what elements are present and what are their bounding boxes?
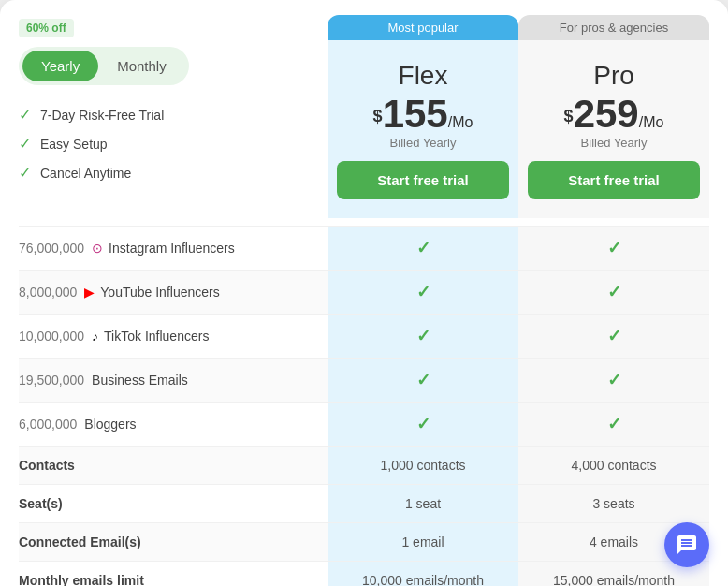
- left-column: 60% off Yearly Monthly ✓ 7-Day Risk-Free…: [19, 19, 328, 187]
- discount-badge: 60% off: [19, 19, 74, 37]
- table-row-tiktok: 10,000,000 ♪ TikTok Influencers ✓ ✓: [19, 314, 709, 358]
- table-row-bloggers: 6,000,000 Bloggers ✓ ✓: [19, 402, 709, 446]
- row-label-connected-emails: Connected Email(s): [19, 523, 328, 561]
- monthly-limit-flex-cell: 10,000 emails/month: [328, 562, 518, 586]
- feature-label-2: Easy Setup: [40, 137, 108, 152]
- flex-plan-price: $155/Mo: [337, 95, 509, 134]
- monthly-toggle-button[interactable]: Monthly: [98, 51, 185, 81]
- for-pros-badge: For pros & agencies: [518, 15, 709, 40]
- feature-item-3: ✓ Cancel Anytime: [19, 158, 328, 187]
- youtube-count: 8,000,000: [19, 285, 77, 300]
- row-label-emails: 19,500,000 Business Emails: [19, 361, 328, 399]
- emails-pro-check: ✓: [607, 371, 621, 389]
- emails-label: Business Emails: [92, 373, 188, 388]
- table-row-instagram: 76,000,000 ⊙ Instagram Influencers ✓ ✓: [19, 226, 709, 270]
- check-icon-2: ✓: [19, 135, 31, 153]
- connected-emails-flex-cell: 1 email: [328, 523, 518, 561]
- row-label-instagram: 76,000,000 ⊙ Instagram Influencers: [19, 229, 328, 267]
- bloggers-pro-cell: ✓: [518, 403, 709, 446]
- instagram-count: 76,000,000: [19, 241, 84, 256]
- contacts-flex-cell: 1,000 contacts: [328, 447, 518, 484]
- feature-label-3: Cancel Anytime: [40, 166, 131, 181]
- youtube-pro-check: ✓: [607, 283, 621, 301]
- seats-flex-cell: 1 seat: [328, 485, 518, 522]
- row-label-seats: Seat(s): [19, 485, 328, 522]
- tiktok-pro-check: ✓: [607, 327, 621, 345]
- tiktok-icon: ♪: [92, 329, 98, 344]
- bloggers-flex-check: ✓: [416, 415, 430, 433]
- header-row: 60% off Yearly Monthly ✓ 7-Day Risk-Free…: [19, 19, 709, 218]
- most-popular-badge: Most popular: [328, 15, 518, 40]
- bloggers-pro-check: ✓: [607, 415, 621, 433]
- chat-button[interactable]: [664, 522, 709, 567]
- pro-plan-price: $259/Mo: [528, 95, 700, 134]
- emails-count: 19,500,000: [19, 373, 84, 388]
- bloggers-count: 6,000,000: [19, 417, 77, 432]
- tiktok-pro-cell: ✓: [518, 315, 709, 358]
- youtube-icon: ▶: [84, 285, 95, 300]
- billing-toggle: Yearly Monthly: [19, 47, 189, 85]
- row-label-bloggers: 6,000,000 Bloggers: [19, 405, 328, 443]
- flex-dollar: $: [373, 107, 383, 125]
- pro-cta-button[interactable]: Start free trial: [528, 161, 700, 199]
- tiktok-flex-check: ✓: [416, 327, 430, 345]
- feature-item-2: ✓ Easy Setup: [19, 129, 328, 158]
- pro-plan-header: Pro $259/Mo Billed Yearly Start free tri…: [528, 40, 700, 218]
- pro-plan-column: For pros & agencies Pro $259/Mo Billed Y…: [518, 19, 709, 218]
- emails-flex-cell: ✓: [328, 359, 518, 402]
- table-row-connected-emails: Connected Email(s) 1 email 4 emails: [19, 522, 709, 561]
- table-row-monthly-limit: Monthly emails limit 10,000 emails/month…: [19, 561, 709, 586]
- features-list: ✓ 7-Day Risk-Free Trial ✓ Easy Setup ✓ C…: [19, 100, 328, 187]
- instagram-pro-check: ✓: [607, 239, 621, 257]
- bloggers-label: Bloggers: [84, 417, 136, 432]
- row-label-tiktok: 10,000,000 ♪ TikTok Influencers: [19, 317, 328, 355]
- pro-billed: Billed Yearly: [528, 136, 700, 150]
- check-icon-3: ✓: [19, 164, 31, 182]
- emails-pro-cell: ✓: [518, 359, 709, 402]
- flex-cta-button[interactable]: Start free trial: [337, 161, 509, 199]
- feature-item-1: ✓ 7-Day Risk-Free Trial: [19, 100, 328, 129]
- chat-icon: [676, 534, 698, 556]
- pro-amount: 259: [574, 92, 639, 136]
- flex-billed: Billed Yearly: [337, 136, 509, 150]
- bloggers-flex-cell: ✓: [328, 403, 518, 446]
- flex-amount: 155: [383, 92, 448, 136]
- tiktok-label: TikTok Influencers: [104, 329, 209, 344]
- instagram-pro-cell: ✓: [518, 227, 709, 270]
- instagram-icon: ⊙: [92, 241, 103, 256]
- flex-period: /Mo: [448, 114, 473, 130]
- table-row-contacts: Contacts 1,000 contacts 4,000 contacts: [19, 446, 709, 484]
- row-label-youtube: 8,000,000 ▶ YouTube Influencers: [19, 273, 328, 311]
- tiktok-count: 10,000,000: [19, 329, 84, 344]
- feature-label-1: 7-Day Risk-Free Trial: [40, 108, 164, 123]
- youtube-label: YouTube Influencers: [100, 285, 219, 300]
- instagram-label: Instagram Influencers: [109, 241, 235, 256]
- flex-plan-column: Most popular Flex $155/Mo Billed Yearly …: [328, 19, 518, 218]
- table-row-emails: 19,500,000 Business Emails ✓ ✓: [19, 358, 709, 402]
- features-table: 76,000,000 ⊙ Instagram Influencers ✓ ✓ 8…: [19, 226, 709, 586]
- pro-dollar: $: [564, 107, 574, 125]
- youtube-flex-check: ✓: [416, 283, 430, 301]
- table-row-youtube: 8,000,000 ▶ YouTube Influencers ✓ ✓: [19, 270, 709, 314]
- youtube-flex-cell: ✓: [328, 271, 518, 314]
- emails-flex-check: ✓: [416, 371, 430, 389]
- check-icon-1: ✓: [19, 106, 31, 124]
- seats-pro-cell: 3 seats: [518, 485, 709, 522]
- instagram-flex-cell: ✓: [328, 227, 518, 270]
- row-label-contacts: Contacts: [19, 447, 328, 484]
- pro-period: /Mo: [639, 114, 664, 130]
- tiktok-flex-cell: ✓: [328, 315, 518, 358]
- yearly-toggle-button[interactable]: Yearly: [22, 51, 98, 81]
- pro-plan-name: Pro: [528, 61, 700, 91]
- contacts-pro-cell: 4,000 contacts: [518, 447, 709, 484]
- youtube-pro-cell: ✓: [518, 271, 709, 314]
- flex-plan-name: Flex: [337, 61, 509, 91]
- table-row-seats: Seat(s) 1 seat 3 seats: [19, 484, 709, 522]
- flex-plan-header: Flex $155/Mo Billed Yearly Start free tr…: [337, 40, 509, 218]
- instagram-flex-check: ✓: [416, 239, 430, 257]
- pricing-card: 60% off Yearly Monthly ✓ 7-Day Risk-Free…: [0, 0, 728, 586]
- row-label-monthly-limit: Monthly emails limit: [19, 562, 328, 586]
